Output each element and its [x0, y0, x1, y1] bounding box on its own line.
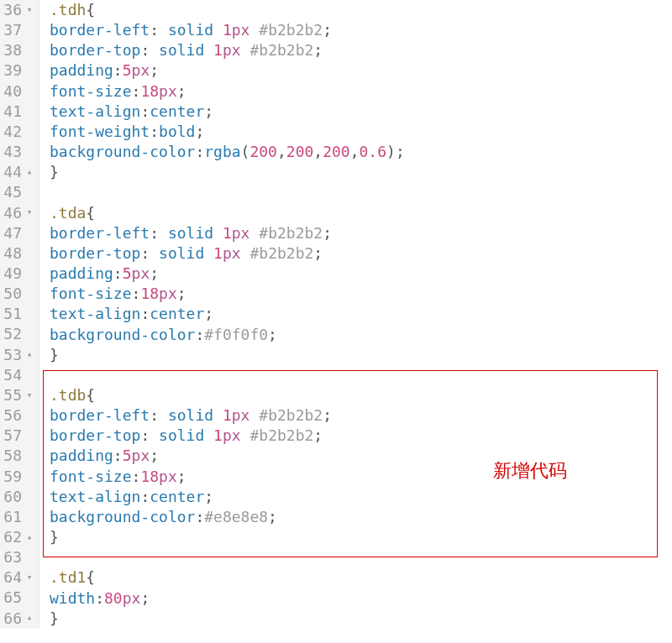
token-brace: { [86, 204, 95, 222]
line-number: 61 [3, 507, 22, 527]
gutter-row: 45 [3, 182, 34, 202]
code-line[interactable]: .tdb{ [50, 385, 672, 405]
code-line[interactable]: border-left: solid 1px #b2b2b2; [50, 20, 672, 40]
token-punc: : [132, 82, 141, 100]
fold-toggle-icon[interactable]: ▾ [25, 572, 34, 584]
code-line[interactable]: } [50, 162, 672, 182]
fold-toggle-icon[interactable]: ▴ [25, 612, 34, 625]
token-prop: border-left [50, 21, 150, 39]
token-punc: : [195, 508, 204, 525]
token-prop: font-size [50, 285, 132, 302]
token-num: 18 [140, 285, 159, 302]
line-number: 57 [3, 426, 22, 446]
token-num: 200 [249, 143, 277, 160]
token-punc: ; [150, 447, 159, 464]
token-hex: #b2b2b2 [259, 21, 323, 39]
token-num: 200 [323, 143, 350, 160]
code-line[interactable]: padding:5px; [50, 264, 672, 284]
line-number: 65 [3, 588, 22, 608]
code-line[interactable]: border-left: solid 1px #b2b2b2; [50, 223, 672, 243]
line-number: 51 [3, 304, 22, 324]
code-line[interactable]: } [50, 609, 672, 629]
line-number: 39 [3, 60, 22, 81]
fold-toggle-icon[interactable]: ▾ [25, 206, 34, 219]
token-num: 18 [140, 82, 159, 100]
fold-toggle-icon[interactable]: ▾ [25, 389, 34, 402]
line-number: 42 [3, 122, 22, 142]
token-prop: text-align [50, 488, 140, 505]
gutter-row: 41 [3, 102, 34, 122]
gutter-row: 59 [3, 467, 34, 487]
token-prop: background-color [50, 326, 195, 343]
code-line[interactable] [50, 365, 672, 385]
fold-toggle-icon[interactable]: ▴ [25, 166, 34, 179]
token-ident: bold [159, 123, 195, 140]
token-prop: background-color [50, 508, 195, 525]
fold-toggle-icon[interactable]: ▾ [25, 4, 34, 17]
code-line[interactable]: font-weight:bold; [50, 122, 672, 142]
code-line[interactable]: background-color:rgba(200,200,200,0.6); [50, 142, 672, 162]
token-punc: : [150, 21, 168, 39]
gutter-row: 46▾ [3, 203, 34, 223]
gutter-row: 51 [3, 304, 34, 324]
code-line[interactable]: border-top: solid 1px #b2b2b2; [50, 243, 672, 264]
line-number: 40 [3, 81, 22, 102]
line-number: 38 [3, 40, 22, 60]
token-punc [213, 406, 223, 424]
code-line[interactable]: border-top: solid 1px #b2b2b2; [50, 426, 672, 446]
token-punc: ; [323, 21, 332, 39]
line-number: 46 [3, 203, 22, 223]
code-line[interactable] [50, 547, 672, 567]
code-line[interactable]: } [50, 345, 672, 365]
code-line[interactable]: font-size:18px; [50, 467, 672, 487]
code-line[interactable]: .tdh{ [50, 0, 672, 20]
code-line[interactable]: .tda{ [50, 203, 672, 223]
token-hex: #b2b2b2 [259, 224, 323, 242]
code-line[interactable]: text-align:center; [50, 102, 672, 122]
code-area[interactable]: 新增代码 .tdh{border-left: solid 1px #b2b2b2… [39, 0, 672, 629]
code-line[interactable]: text-align:center; [50, 487, 672, 507]
token-punc [249, 21, 259, 39]
code-line[interactable]: padding:5px; [50, 446, 672, 466]
code-editor[interactable]: 36▾3738394041424344▴4546▾47484950515253▴… [0, 0, 672, 629]
line-number: 53 [3, 345, 22, 365]
token-prop: width [50, 589, 95, 607]
token-brace: } [50, 528, 59, 546]
token-punc: : [140, 426, 159, 444]
token-punc [204, 41, 213, 59]
fold-toggle-icon[interactable]: ▴ [25, 531, 34, 544]
code-line[interactable]: border-top: solid 1px #b2b2b2; [50, 40, 672, 60]
token-unit: px [159, 285, 177, 302]
token-prop: border-top [50, 41, 140, 59]
token-brace: } [50, 609, 59, 627]
token-prop: border-top [50, 426, 140, 444]
code-line[interactable]: background-color:#f0f0f0; [50, 325, 672, 345]
token-punc: ; [204, 305, 213, 322]
gutter-row: 64▾ [3, 567, 34, 588]
code-line[interactable]: } [50, 527, 672, 547]
token-ident: solid [168, 21, 213, 39]
token-punc [213, 224, 223, 242]
code-line[interactable]: font-size:18px; [50, 284, 672, 304]
token-punc [249, 406, 259, 424]
code-line[interactable]: border-left: solid 1px #b2b2b2; [50, 405, 672, 426]
token-punc [241, 244, 250, 262]
token-prop: border-left [50, 224, 150, 242]
gutter-row: 52 [3, 325, 34, 345]
token-hex: #f0f0f0 [204, 326, 268, 343]
gutter-row: 50 [3, 284, 34, 304]
code-line[interactable]: text-align:center; [50, 304, 672, 324]
fold-toggle-icon[interactable]: ▴ [25, 348, 34, 361]
token-sel: .td1 [50, 568, 86, 586]
token-unit: px [159, 82, 177, 100]
code-line[interactable]: font-size:18px; [50, 81, 672, 102]
code-line[interactable] [50, 182, 672, 202]
code-line[interactable]: width:80px; [50, 588, 672, 609]
token-punc: : [113, 447, 123, 464]
code-line[interactable]: padding:5px; [50, 60, 672, 81]
code-line[interactable]: .td1{ [50, 567, 672, 588]
token-punc: ; [204, 488, 213, 505]
code-line[interactable]: background-color:#e8e8e8; [50, 507, 672, 527]
token-punc: : [195, 143, 204, 160]
token-num: 1 [223, 21, 232, 39]
